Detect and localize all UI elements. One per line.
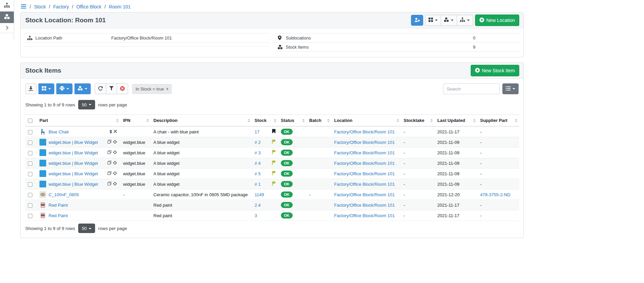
plus-circle-icon (479, 18, 484, 23)
menu-toggle-button[interactable] (21, 4, 26, 9)
column-header-stocktake[interactable]: Stocktake (401, 115, 435, 127)
download-button[interactable] (25, 83, 36, 94)
part-thumbnail[interactable] (39, 181, 46, 187)
row-checkbox[interactable] (28, 130, 32, 134)
part-thumbnail[interactable] (39, 191, 46, 198)
barcode-actions-button[interactable] (425, 15, 441, 26)
part-link[interactable]: widget.blue | Blue Widget (49, 161, 98, 166)
view-toggle-button[interactable] (502, 83, 519, 94)
select-all-checkbox[interactable] (28, 119, 32, 123)
part-link[interactable]: widget.blue | Blue Widget (49, 182, 98, 187)
qr-grid-icon (429, 18, 433, 23)
column-header-status[interactable]: Status (278, 115, 306, 127)
search-input[interactable] (443, 83, 500, 94)
clear-filters-button[interactable] (117, 83, 128, 94)
filter-button[interactable] (106, 83, 117, 94)
stock-link[interactable]: # 5 (255, 171, 261, 176)
stock-link[interactable]: # 3 (255, 150, 261, 155)
part-link[interactable]: Red Paint (49, 203, 68, 208)
part-link[interactable]: widget.blue | Blue Widget (49, 140, 98, 145)
stock-link[interactable]: # 4 (255, 161, 261, 166)
filter-chip-label: In Stock = true (136, 86, 164, 92)
row-checkbox[interactable] (28, 182, 32, 187)
row-checkbox[interactable] (28, 193, 32, 197)
part-thumbnail[interactable] (39, 202, 46, 208)
supplier-cell[interactable]: 478-3755-2-ND (477, 189, 519, 200)
column-header-location[interactable]: Location (331, 115, 401, 127)
copy-icon (108, 150, 111, 155)
stock-table-toolbar: In Stock = true x (21, 79, 523, 96)
breadcrumb-link[interactable]: Factory (53, 4, 69, 9)
sidebar-item-stock[interactable] (0, 11, 14, 23)
part-link[interactable]: widget.blue | Blue Widget (49, 171, 98, 176)
filter-chip[interactable]: In Stock = true x (132, 84, 172, 94)
status-badge: OK (281, 139, 293, 145)
updated-cell: 2021-11-09 (435, 169, 477, 179)
column-header-last-updated[interactable]: Last Updated (435, 115, 477, 127)
row-checkbox[interactable] (28, 214, 32, 218)
part-link[interactable]: widget.blue | Blue Widget (49, 150, 98, 155)
part-flag-icons (108, 161, 118, 166)
stock-link[interactable]: # 1 (255, 182, 261, 187)
breadcrumb-link[interactable]: Office Block (76, 4, 101, 9)
location-link[interactable]: Factory/Office Block/Room 101 (334, 140, 395, 145)
row-checkbox[interactable] (28, 140, 32, 145)
stock-actions-button[interactable] (441, 15, 457, 26)
column-header-part[interactable]: Part (37, 115, 120, 127)
row-checkbox[interactable] (28, 151, 32, 155)
location-actions-button[interactable] (457, 15, 473, 26)
column-header-stock[interactable]: Stock (252, 115, 278, 127)
stock-link[interactable]: 2.4 (255, 203, 261, 208)
stock-link[interactable]: 3 (255, 213, 257, 218)
location-link[interactable]: Factory/Office Block/Room 101 (334, 203, 395, 208)
sort-icon (397, 119, 399, 122)
breadcrumb-link[interactable]: Room 101 (109, 4, 131, 9)
page-size-dropdown[interactable]: 50 (78, 100, 95, 109)
location-link[interactable]: Factory/Office Block/Room 101 (334, 171, 395, 176)
location-link[interactable]: Factory/Office Block/Room 101 (334, 213, 395, 218)
column-header-supplier-part[interactable]: Supplier Part (477, 115, 519, 127)
filter-chip-remove[interactable]: x (166, 86, 168, 91)
location-link[interactable]: Factory/Office Block/Room 101 (334, 192, 395, 197)
location-link[interactable]: Factory/Office Block/Room 101 (334, 150, 395, 155)
part-thumbnail[interactable] (39, 128, 46, 135)
sidebar-item-index[interactable] (0, 0, 14, 11)
row-checkbox[interactable] (28, 172, 32, 176)
part-thumbnail[interactable] (39, 170, 46, 177)
sidebar-expand-button[interactable] (0, 23, 14, 33)
row-checkbox[interactable] (28, 203, 32, 208)
column-header-description[interactable]: Description (151, 115, 252, 127)
stock-options-button[interactable] (75, 83, 91, 94)
print-actions-button[interactable] (56, 83, 72, 94)
admin-button[interactable] (411, 15, 423, 26)
stock-flag-icon (272, 160, 275, 166)
page-size-dropdown[interactable]: 50 (78, 224, 95, 233)
column-header-ipn[interactable]: IPN (120, 115, 151, 127)
column-header-batch[interactable]: Batch (306, 115, 331, 127)
part-link[interactable]: Red Paint (49, 213, 68, 218)
stock-link[interactable]: 1149 (255, 192, 264, 197)
part-thumbnail[interactable] (39, 212, 46, 219)
stock-link[interactable]: # 2 (255, 140, 261, 145)
row-checkbox[interactable] (28, 161, 32, 166)
refresh-button[interactable] (95, 83, 106, 94)
new-stock-item-button[interactable]: New Stock Item (471, 65, 519, 76)
description-cell: A blue widget (151, 148, 252, 158)
table-row: C_100nF_0805 - Ceramic capacitor, 100nF … (25, 189, 519, 200)
part-link[interactable]: C_100nF_0805 (49, 192, 79, 197)
location-link[interactable]: Factory/Office Block/Room 101 (334, 161, 395, 166)
part-thumbnail[interactable] (39, 160, 46, 166)
stock-link[interactable]: 17 (255, 129, 259, 134)
location-link[interactable]: Factory/Office Block/Room 101 (334, 129, 395, 134)
bookmark-icon (272, 129, 275, 134)
location-link[interactable]: Factory/Office Block/Room 101 (334, 182, 395, 187)
page-title: Stock Location: Room 101 (25, 17, 106, 24)
part-thumbnail[interactable] (39, 149, 46, 156)
part-link[interactable]: Blue Chair (49, 129, 69, 134)
location-path-row: Location Path Factory/Office Block/Room … (24, 33, 270, 43)
column-header-select[interactable] (25, 115, 37, 127)
barcode-actions-button[interactable] (38, 83, 54, 94)
new-location-button[interactable]: New Location (475, 15, 519, 26)
breadcrumb-link[interactable]: Stock (34, 4, 46, 9)
part-thumbnail[interactable] (39, 139, 46, 146)
